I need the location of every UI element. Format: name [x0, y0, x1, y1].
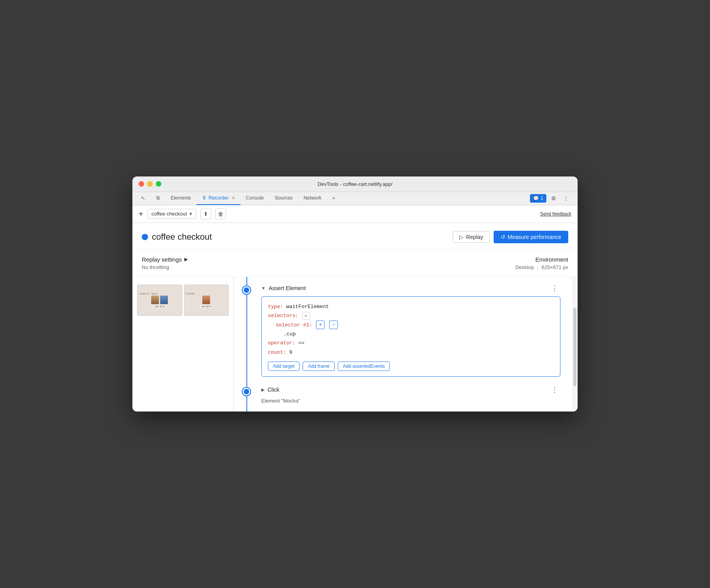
code-count-line: count: 9	[268, 348, 554, 357]
toolbar: + coffee checkout ▾ ⬆ 🗑 Send feedback	[132, 205, 578, 223]
tab-layers-icon[interactable]: ⧉	[151, 192, 165, 205]
settings-button[interactable]: ⚙	[548, 193, 559, 204]
minimize-button[interactable]	[147, 181, 153, 187]
environment-label: Environment	[516, 256, 568, 263]
steps-area: Cappuccino Mocha Total: $0.00 Flat White	[132, 277, 578, 412]
code-selector1-line: selector #1: + −	[268, 321, 554, 330]
screenshot-thumbnail-1[interactable]: Cappuccino Mocha Total: $0.00	[137, 285, 182, 316]
trash-icon: 🗑	[218, 211, 223, 217]
step-1-header: ▼ Assert Element ⋮	[261, 283, 560, 293]
performance-icon: ↺	[501, 234, 505, 240]
layers-icon: ⧉	[156, 195, 160, 201]
tab-spacer	[341, 192, 527, 205]
recording-name-label: coffee checkout	[152, 211, 187, 217]
step-2-collapse-icon[interactable]: ▶	[261, 387, 264, 392]
traffic-lights	[139, 181, 161, 187]
more-tabs-icon: »	[332, 195, 335, 201]
close-tab-icon[interactable]: ✕	[232, 196, 235, 201]
add-asserted-events-button[interactable]: Add assertedEvents	[338, 362, 390, 371]
recording-title-area: coffee checkout	[142, 232, 212, 242]
settings-arrow-icon: ▶	[184, 257, 188, 262]
chat-icon: 💬	[533, 196, 539, 201]
tab-cursor-icon[interactable]: ↖	[136, 192, 151, 205]
step-2-header: ▶ Click ⋮	[261, 385, 560, 395]
recording-status-dot	[142, 234, 148, 240]
cursor-icon: ↖	[141, 195, 145, 201]
settings-left: Replay settings ▶ No throttling	[142, 256, 188, 270]
replay-button[interactable]: ▷ Replay	[453, 231, 490, 243]
title-bar: DevTools - coffee-cart.netlify.app/	[132, 176, 578, 192]
step-click: ▶ Click ⋮ Element "Mocha"	[234, 385, 572, 404]
chat-notification-button[interactable]: 💬 1	[530, 194, 546, 203]
devtools-window: DevTools - coffee-cart.netlify.app/ ↖ ⧉ …	[132, 176, 578, 412]
env-size-label: 625×671 px	[542, 264, 568, 270]
close-button[interactable]	[139, 181, 144, 187]
screenshot-thumbnail-2[interactable]: Flat White Total: $0.00	[184, 285, 229, 316]
step-dot-2	[243, 388, 250, 396]
add-selector-button[interactable]: +	[316, 321, 325, 329]
step-2-description: Element "Mocha"	[261, 398, 560, 404]
more-options-button[interactable]: ⋮	[560, 193, 571, 204]
tab-console[interactable]: Console	[241, 192, 269, 205]
settings-bar: Replay settings ▶ No throttling Environm…	[132, 250, 578, 277]
recording-header: coffee checkout ▷ Replay ↺ Measure perfo…	[132, 223, 578, 250]
step-2-more-button[interactable]: ⋮	[549, 385, 560, 395]
pick-selector-icon[interactable]: ↖	[302, 312, 310, 320]
tab-network[interactable]: Network	[298, 192, 327, 205]
window-title: DevTools - coffee-cart.netlify.app/	[318, 181, 392, 187]
recording-selector[interactable]: coffee checkout ▾	[147, 209, 196, 219]
play-icon: ▷	[459, 234, 464, 240]
tab-elements[interactable]: Elements	[165, 192, 196, 205]
export-button[interactable]: ⬆	[200, 208, 211, 219]
tab-right-icons: 💬 1 ⚙ ⋮	[527, 192, 574, 205]
step-2-name: Click	[268, 387, 279, 393]
recording-title: coffee checkout	[152, 232, 212, 242]
step-1-more-button[interactable]: ⋮	[549, 283, 560, 293]
env-divider: |	[537, 264, 538, 270]
step-1-code-block: type: waitForElement selectors: ↖ select…	[261, 296, 560, 377]
dropdown-arrow-icon: ▾	[189, 211, 192, 217]
tab-sources[interactable]: Sources	[269, 192, 298, 205]
delete-button[interactable]: 🗑	[215, 208, 226, 219]
step-dot-1	[243, 286, 250, 294]
timeline-column: Cappuccino Mocha Total: $0.00 Flat White	[132, 277, 234, 412]
code-selectors-line: selectors: ↖	[268, 311, 554, 320]
record-icon: 🎙	[202, 195, 207, 201]
remove-selector-button[interactable]: −	[329, 321, 338, 329]
tab-bar: ↖ ⧉ Elements 🎙 Recorder ✕ Console Source…	[132, 192, 578, 205]
step-1-name: Assert Element	[269, 285, 306, 291]
vertical-dots-icon: ⋮	[563, 195, 569, 201]
maximize-button[interactable]	[156, 181, 161, 187]
code-operator-line: operator: ==	[268, 339, 554, 347]
add-frame-button[interactable]: Add frame	[303, 362, 334, 371]
settings-label: Replay settings	[142, 256, 182, 263]
tab-recorder[interactable]: 🎙 Recorder ✕	[196, 192, 240, 205]
code-type-line: type: waitForElement	[268, 302, 554, 311]
tab-more[interactable]: »	[327, 192, 341, 205]
step-1-collapse-icon[interactable]: ▼	[261, 286, 266, 290]
replay-settings-row[interactable]: Replay settings ▶	[142, 256, 188, 263]
env-desktop-label: Desktop	[516, 264, 534, 270]
step-assert-element: ▼ Assert Element ⋮ type: waitForElement …	[234, 283, 572, 377]
code-actions: Add target Add frame Add assertedEvents	[268, 362, 554, 371]
main-content: coffee checkout ▷ Replay ↺ Measure perfo…	[132, 223, 578, 412]
measure-performance-button[interactable]: ↺ Measure performance	[494, 231, 568, 243]
send-feedback-link[interactable]: Send feedback	[540, 211, 571, 217]
steps-list-container: ▼ Assert Element ⋮ type: waitForElement …	[234, 277, 572, 412]
step-2-title-row: ▶ Click	[261, 387, 279, 393]
throttling-label: No throttling	[142, 264, 188, 270]
environment-value: Desktop | 625×671 px	[516, 264, 568, 270]
code-selector-val-line: .cup	[268, 330, 554, 339]
recording-actions: ▷ Replay ↺ Measure performance	[453, 231, 568, 243]
upload-icon: ⬆	[203, 211, 208, 217]
step-1-title-row: ▼ Assert Element	[261, 285, 306, 291]
add-recording-button[interactable]: +	[139, 210, 143, 218]
scrollbar[interactable]	[572, 277, 578, 412]
scrollbar-thumb[interactable]	[573, 308, 576, 386]
settings-right: Environment Desktop | 625×671 px	[516, 256, 568, 270]
gear-icon: ⚙	[551, 195, 556, 201]
add-target-button[interactable]: Add target	[268, 362, 300, 371]
